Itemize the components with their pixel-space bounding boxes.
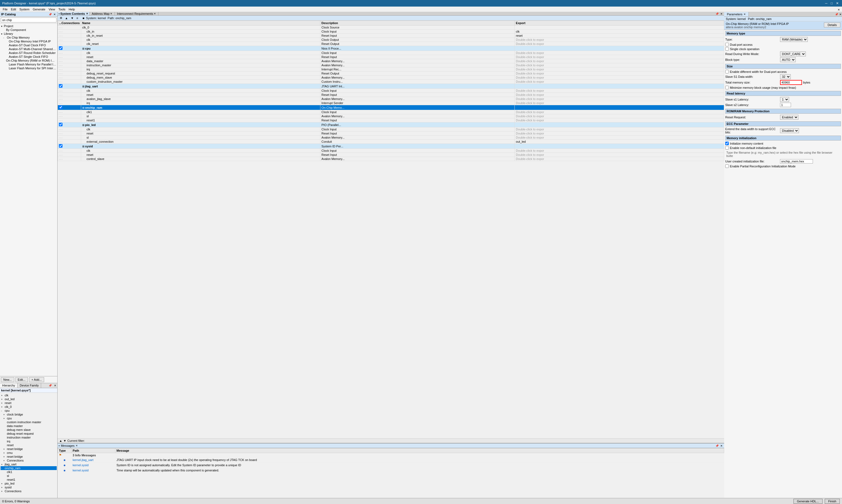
param-resetreq-select[interactable]: Enabled: [780, 115, 799, 120]
msg-path-2[interactable]: kernel.sysid: [72, 463, 116, 468]
table-row[interactable]: · · ·clkClock InputDouble-click to expor: [58, 149, 724, 153]
table-row[interactable]: · · ·instruction_masterAvalon Memory...D…: [58, 63, 724, 67]
hier-datamaster[interactable]: data master: [1, 424, 57, 428]
hier-debugmem[interactable]: debug mem slave: [1, 428, 57, 432]
hier-clockbridge[interactable]: + clock bridge: [1, 413, 57, 416]
menu-view[interactable]: View: [47, 7, 57, 12]
tree-item-avalon-dual[interactable]: Avalon-ST Dual Clock FIFO: [1, 43, 57, 47]
td-export[interactable]: Double-click to expor: [515, 157, 724, 161]
menu-file[interactable]: File: [1, 7, 9, 12]
hier-pioled[interactable]: + pio_led: [1, 482, 57, 485]
tree-item-avalon-multi[interactable]: Avalon-ST Multi-Channel Shared Memory FI…: [1, 47, 57, 51]
msg-row-2[interactable]: ● kernel.sysid System ID is not assigned…: [58, 463, 724, 468]
td-export[interactable]: out_led: [515, 140, 724, 144]
minimize-btn[interactable]: ─: [824, 1, 828, 5]
table-row[interactable]: · · ·clk_resetReset OutputDouble-click t…: [58, 42, 724, 46]
param-nondefault-check[interactable]: [725, 146, 729, 149]
row-checkbox[interactable]: [59, 144, 63, 148]
menu-edit[interactable]: Edit: [9, 7, 18, 12]
td-export[interactable]: Double-click to expor: [515, 51, 724, 55]
table-row[interactable]: ⊞ pio_ledPIO (Parallel...: [58, 123, 724, 127]
menu-tools[interactable]: Tools: [57, 7, 67, 12]
params-pin[interactable]: 📌: [834, 12, 839, 16]
td-export[interactable]: Double-click to expor: [515, 42, 724, 46]
table-row[interactable]: ⊞ onchip_ramOn-Chip Memo...: [58, 105, 724, 110]
hier-out-led[interactable]: + out_led: [1, 397, 57, 401]
finish-btn[interactable]: Finish: [825, 499, 840, 504]
hier-resetbridge[interactable]: + reset bridge: [1, 447, 57, 451]
td-export[interactable]: [515, 123, 724, 127]
table-row[interactable]: · · ·control_slaveAvalon Memory...Double…: [58, 157, 724, 161]
td-export[interactable]: Double-click to expor: [515, 76, 724, 80]
params-tab-close[interactable]: ✕: [743, 13, 746, 16]
details-btn[interactable]: Details: [824, 22, 840, 28]
param-ecc-select[interactable]: Disabled: [780, 128, 799, 133]
td-export[interactable]: Double-click to expor: [515, 93, 724, 97]
param-s1latency-select[interactable]: 1: [780, 97, 789, 102]
table-row[interactable]: · · ·reset1Reset InputDouble-click to ex…: [58, 118, 724, 123]
table-row[interactable]: · · ·custom_instruction_masterCustom Ins…: [58, 80, 724, 84]
sc-close-tab[interactable]: ✕: [86, 12, 88, 15]
table-row[interactable]: · · ·avalon_jtag_slaveAvalon Memory...Do…: [58, 97, 724, 101]
hier-cpu2[interactable]: + cpu: [1, 416, 57, 420]
hier-jtaguar[interactable]: + jtag_uart: [1, 462, 57, 466]
param-singleclock-check[interactable]: [725, 47, 729, 51]
table-row[interactable]: · · ·debug_reset_requestReset OutputDoub…: [58, 72, 724, 76]
td-export[interactable]: Double-click to expor: [515, 55, 724, 59]
sc-toolbar-up[interactable]: ▲: [65, 16, 69, 20]
table-row[interactable]: ⊞ sysidSystem ID Per...: [58, 144, 724, 149]
td-export[interactable]: Double-click to expor: [515, 101, 724, 105]
filter-icon[interactable]: ▲: [59, 439, 62, 443]
add-btn[interactable]: + Add...: [29, 377, 45, 382]
param-rdwrite-select[interactable]: DONT_CARE: [780, 52, 806, 56]
hier-clk0[interactable]: + clk_0: [1, 405, 57, 409]
tree-item-avalon-single[interactable]: Avalon-ST Single Clock FIFO: [1, 55, 57, 59]
sc-tab-interconnect[interactable]: Interconnect Requirements ✕: [115, 12, 158, 15]
hier-clk1[interactable]: clk1: [1, 470, 57, 474]
hier-clk[interactable]: + clk: [1, 393, 57, 397]
param-enablediff-check[interactable]: [725, 70, 729, 73]
td-export[interactable]: Double-click to expor: [515, 131, 724, 136]
param-type-select[interactable]: RAM (Writable): [780, 37, 808, 42]
table-row[interactable]: · · ·slAvalon Memory...Double-click to e…: [58, 114, 724, 118]
hier-custominst[interactable]: custom instruction master: [1, 420, 57, 424]
table-row[interactable]: · · ·debug_mem_slaveAvalon Memory...Doub…: [58, 76, 724, 80]
param-s2latency-input[interactable]: [780, 103, 791, 107]
sc-close[interactable]: ✕: [720, 12, 723, 15]
table-row[interactable]: · · ·clk1Clock InputDouble-click to expo…: [58, 110, 724, 114]
row-checkbox[interactable]: [59, 84, 63, 88]
td-export[interactable]: [515, 46, 724, 51]
sc-tab-active[interactable]: ▪ System Contents ✕: [57, 12, 90, 15]
param-blocktype-select[interactable]: AUTO: [780, 57, 796, 62]
param-minimize-check[interactable]: [725, 86, 729, 89]
new-btn[interactable]: New...: [1, 377, 14, 382]
td-export[interactable]: Double-click to expor: [515, 114, 724, 118]
ip-catalog-close[interactable]: ✕: [53, 13, 56, 16]
sc-pin[interactable]: 📌: [715, 12, 719, 15]
msg-row-3[interactable]: ● kernel.sysid Time stamp will be automa…: [58, 468, 724, 473]
sc-toolbar-filter[interactable]: ≡: [76, 16, 79, 20]
param-totalsize-input[interactable]: [780, 80, 802, 85]
table-row[interactable]: · · ·clkClock InputDouble-click to expor: [58, 127, 724, 131]
hierarchy-close[interactable]: ✕: [53, 383, 57, 388]
messages-close-tab[interactable]: ✕: [76, 444, 78, 447]
hier-instmaster[interactable]: instruction master: [1, 435, 57, 439]
table-row[interactable]: · · ·resetReset InputDouble-click to exp…: [58, 153, 724, 157]
table-row[interactable]: · · ·irqInterrupt Rec...Double-click to …: [58, 67, 724, 72]
messages-close[interactable]: ✕: [720, 444, 723, 447]
table-row[interactable]: ⊞ jtag_uartJTAG UART Int...: [58, 84, 724, 89]
table-row[interactable]: · · ·clk_inClock Inputclk: [58, 30, 724, 34]
tree-item-laser-parallel[interactable]: Laser Flash Memory for Parallel Interfac…: [1, 62, 57, 66]
hier-onchipram[interactable]: - onchip_ram: [1, 466, 57, 470]
td-export[interactable]: Double-click to expor: [515, 72, 724, 76]
menu-help[interactable]: Help: [67, 7, 77, 12]
td-export[interactable]: Double-click to expor: [515, 59, 724, 63]
param-usercreated-input[interactable]: [780, 159, 813, 163]
close-btn[interactable]: ✕: [835, 1, 840, 5]
td-export[interactable]: clk: [515, 30, 724, 34]
hier-irq[interactable]: irq: [1, 439, 57, 443]
tree-item-onchipmemory[interactable]: - On Chip Memory: [1, 36, 57, 39]
td-export[interactable]: Double-click to expor: [515, 110, 724, 114]
ip-search-input[interactable]: [1, 18, 56, 22]
table-row[interactable]: · · ·slAvalon Memory...Double-click to e…: [58, 136, 724, 140]
